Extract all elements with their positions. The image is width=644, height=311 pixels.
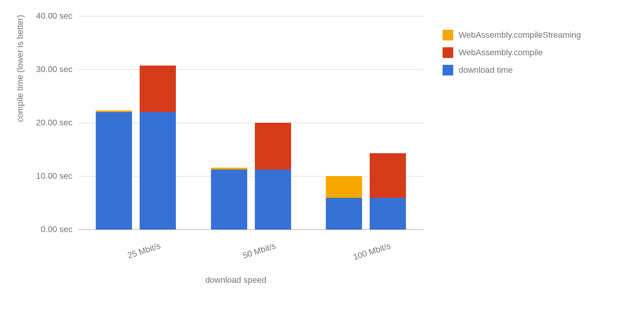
bar-segment	[211, 168, 247, 170]
legend-swatch	[443, 47, 453, 58]
bar-segment	[140, 66, 176, 112]
y-tick-label: 30.00 sec	[27, 64, 72, 74]
chart-container: compile time (lower is better) 0.00 sec1…	[0, 0, 644, 311]
x-tick-label: 100 Mbit/s	[349, 241, 392, 263]
bar-segment	[96, 111, 132, 112]
gridline	[78, 69, 423, 70]
bar-segment	[370, 153, 406, 198]
y-tick-label: 40.00 sec	[27, 11, 72, 21]
plot-area: 0.00 sec10.00 sec20.00 sec30.00 sec40.00…	[78, 16, 423, 229]
legend-label: WebAssembly.compileStreaming	[459, 30, 581, 40]
legend-swatch	[443, 65, 453, 75]
legend: WebAssembly.compileStreamingWebAssembly.…	[443, 30, 581, 82]
bar-segment	[140, 112, 176, 229]
bar-segment	[255, 123, 291, 170]
y-tick-label: 0.00 sec	[27, 224, 72, 234]
bar-segment	[326, 198, 362, 229]
x-tick-label: 25 Mbit/s	[119, 241, 162, 263]
x-tick-label: 50 Mbit/s	[234, 241, 277, 263]
legend-item: WebAssembly.compileStreaming	[443, 30, 581, 40]
bar-segment	[96, 112, 132, 229]
bar-segment	[326, 176, 362, 198]
bar-segment	[255, 170, 291, 229]
legend-label: WebAssembly.compile	[459, 48, 543, 58]
gridline	[78, 16, 423, 16]
y-tick-label: 10.00 sec	[27, 171, 72, 181]
legend-item: WebAssembly.compile	[443, 47, 581, 58]
y-axis-title: compile time (lower is better)	[15, 15, 25, 122]
bar-segment	[211, 170, 247, 229]
legend-swatch	[443, 30, 453, 40]
legend-item: download time	[443, 65, 581, 75]
legend-label: download time	[459, 65, 513, 75]
gridline	[78, 229, 423, 230]
y-tick-label: 20.00 sec	[27, 118, 72, 128]
x-axis-title: download speed	[205, 275, 266, 285]
bar-segment	[370, 198, 406, 229]
